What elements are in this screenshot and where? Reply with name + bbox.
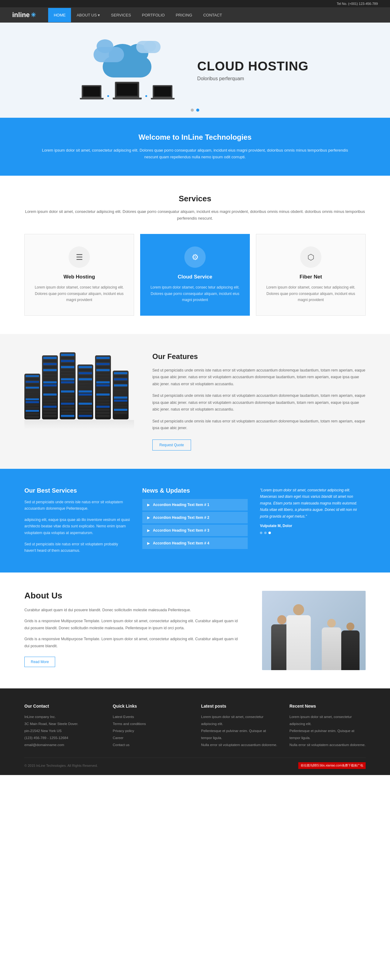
footer-news-3: Nulla error sit voluptatem accusantium d…	[289, 741, 366, 748]
request-quote-button[interactable]: Request Quote	[152, 439, 191, 450]
about-heading: About Us	[24, 591, 244, 601]
testimonial-quote: "Lorem ipsum dolor sit amet, consectetur…	[260, 487, 366, 520]
accordion-item-3[interactable]: ▶ Accordion Heading Text Item # 3	[142, 525, 248, 536]
testimonial-dots	[260, 531, 366, 534]
services-section: Services Lorem ipsum dolor sit amet, con…	[0, 176, 390, 334]
top-bar: Tel No. (+001) 123-456-789	[0, 0, 390, 7]
footer-contact-heading: Our Contact	[24, 704, 101, 708]
features-section: Our Features Sed ut perspiciatis unde om…	[0, 334, 390, 469]
about-para-2: Grids is a responsive Multipurpose Templ…	[24, 618, 244, 632]
hero-dot-1[interactable]	[191, 108, 194, 111]
tel-label: Tel No.	[337, 2, 347, 5]
logo: inline ✳	[12, 7, 36, 22]
footer-link-terms[interactable]: Terms and conditions	[113, 721, 189, 727]
service-card-2-body: Lorem ipsum dolor sitamet, consec tetur …	[150, 284, 240, 303]
nav-about[interactable]: ABOUT US ▾	[71, 8, 105, 22]
cloud-service-icon: ⚙	[184, 247, 206, 268]
server-rack-6	[113, 371, 128, 419]
accordion-text-2: Accordion Heading Text Item # 2	[153, 515, 209, 520]
footer-recent-news-col: Recent News Lorem ipsum dolor sit amet, …	[289, 704, 366, 748]
accordion-text-1: Accordion Heading Text Item # 1	[153, 503, 209, 507]
services-heading: Services	[24, 194, 366, 204]
footer-quick-links-heading: Quick Links	[113, 704, 189, 708]
t-dot-3[interactable]	[268, 531, 271, 534]
service-card-web-hosting: ☰ Web Hosting Lorem ipsum dolor sitamet,…	[24, 234, 134, 315]
testimonial-author: Vulputate M, Dolor	[260, 524, 366, 528]
feature-para-1: Sed ut perspiciatis unde omnis iste natu…	[152, 367, 366, 388]
hero-section: CLOUD HOSTING Doloribus perferquam	[0, 22, 390, 118]
footer-contact-col: Our Contact InLine company Inc. 3C Main …	[24, 704, 101, 748]
nav-links: HOME ABOUT US ▾ SERVICES PORTFOLIO PRICI…	[48, 8, 227, 22]
navigation: inline ✳ HOME ABOUT US ▾ SERVICES PORTFO…	[0, 7, 390, 22]
accordion-text-4: Accordion Heading Text Item # 4	[153, 541, 209, 546]
footer-news-2: Pellentesque et pulvinar enim. Quisque a…	[289, 727, 366, 741]
footer-recent-news-heading: Recent News	[289, 704, 366, 708]
web-hosting-icon: ☰	[68, 247, 90, 268]
welcome-heading: Welcome to InLine Technologies	[36, 133, 354, 142]
footer-link-contact[interactable]: Contact us	[113, 741, 189, 748]
footer-city: pin-21542 New York US	[24, 727, 101, 735]
service-card-3-body: Lorem ipsum dolor sitamet, consec tetur …	[265, 284, 356, 303]
hero-title: CLOUD HOSTING	[197, 59, 308, 73]
feature-para-3: Sed ut perspiciatis unde omnis isle natu…	[152, 418, 366, 431]
accordion-arrow-4: ▶	[147, 541, 150, 546]
best-services-body-1: Sed ut perspiciatis unde omnis isle natu…	[24, 499, 130, 512]
footer-latest-posts-col: Latest posts Lorem ipsum dolor sit amet,…	[201, 704, 277, 748]
about-para-3: Grids is a responsive Multipurpose Templ…	[24, 636, 244, 649]
tel-number: (+001) 123-456-789	[348, 2, 378, 5]
footer-post-2: Pellentesque et pulvinar enim. Quisque a…	[201, 727, 277, 741]
footer-bottom: © 2015 InLine Technologies. All Rights R…	[24, 758, 366, 769]
accordion-text-3: Accordion Heading Text Item # 3	[153, 528, 209, 533]
service-card-fiber-net: ⬡ Fiber Net Lorem ipsum dolor sitamet, c…	[256, 234, 366, 315]
footer-copyright: © 2015 InLine Technologies. All Rights R…	[24, 764, 98, 767]
nav-portfolio[interactable]: PORTFOLIO	[136, 8, 170, 22]
nav-home[interactable]: HOME	[48, 8, 71, 22]
feature-para-2: Sed ut perspiciatis unde omnis iste natu…	[152, 392, 366, 413]
server-rack-4	[78, 364, 93, 419]
best-services-body-3: Sed ut perspiciatis isle natus error sit…	[24, 541, 130, 554]
accordion-item-2[interactable]: ▶ Accordion Heading Text Item # 2	[142, 512, 248, 523]
hero-dot-2[interactable]	[196, 108, 199, 111]
features-content: Our Features Sed ut perspiciatis unde om…	[152, 352, 366, 450]
footer-news-1: Lorem ipsum dolor sit amet, consectetur …	[289, 713, 366, 727]
welcome-body: Lorem ipsum dolor sit amet, consectetur …	[36, 147, 354, 161]
hero-image	[81, 41, 173, 99]
welcome-section: Welcome to InLine Technologies Lorem ips…	[0, 118, 390, 176]
footer-company: InLine company Inc.	[24, 713, 101, 721]
footer-address: 3C Main Road, Near Steele Dover.	[24, 721, 101, 727]
services-subtitle: Lorem ipsum dolor sit amet, consectetur …	[24, 208, 366, 222]
server-rack-3	[60, 352, 76, 419]
read-more-button[interactable]: Read More	[24, 657, 55, 667]
service-card-1-title: Web Hosting	[34, 274, 125, 280]
service-card-3-title: Fiber Net	[265, 274, 356, 280]
footer-link-career[interactable]: Career	[113, 735, 189, 741]
footer-watermark: 前往图鸟BBS:bbs.xianiao.com免费下载推广包	[298, 762, 366, 769]
footer-post-1: Lorem ipsum dolor sit amet, consectetur …	[201, 713, 277, 727]
service-card-cloud-service: ⚙ Cloud Service Lorem ipsum dolor sitame…	[140, 234, 250, 315]
service-card-2-title: Cloud Service	[150, 274, 240, 280]
footer-email[interactable]: email@domainname.com	[24, 741, 101, 748]
t-dot-2[interactable]	[264, 531, 266, 534]
t-dot-1[interactable]	[260, 531, 262, 534]
best-services-col: Our Best Services Sed ut perspiciatis un…	[24, 487, 130, 554]
server-rack-1	[24, 374, 40, 419]
nav-contact[interactable]: CONTACT	[198, 8, 228, 22]
server-rack-5	[95, 355, 111, 419]
accordion-arrow-1: ▶	[147, 503, 150, 507]
best-services-body-2: adipiscing elit, eaque ipsa quae ab illo…	[24, 517, 130, 536]
nav-pricing[interactable]: PRICING	[170, 8, 198, 22]
footer-bottom-left: © 2015 InLine Technologies. All Rights R…	[24, 764, 98, 767]
blue-section: Our Best Services Sed ut perspiciatis un…	[0, 469, 390, 573]
footer-quick-links-col: Quick Links Latest Events Terms and cond…	[113, 704, 189, 748]
nav-services[interactable]: SERVICES	[105, 8, 136, 22]
accordion-item-1[interactable]: ▶ Accordion Heading Text Item # 1	[142, 499, 248, 511]
accordion-item-4[interactable]: ▶ Accordion Heading Text Item # 4	[142, 538, 248, 549]
footer-link-events[interactable]: Latest Events	[113, 713, 189, 721]
about-content: About Us Curabitur aliquet quam id dui p…	[24, 591, 244, 667]
footer-post-3: Nulla error sit voluptatem accusantium d…	[201, 741, 277, 748]
hero-text-block: CLOUD HOSTING Doloribus perferquam	[197, 59, 308, 81]
footer-latest-posts-heading: Latest posts	[201, 704, 277, 708]
footer-link-privacy[interactable]: Privacy policy	[113, 727, 189, 735]
server-visual	[24, 352, 134, 419]
news-updates-col: News & Updates ▶ Accordion Heading Text …	[142, 487, 248, 554]
